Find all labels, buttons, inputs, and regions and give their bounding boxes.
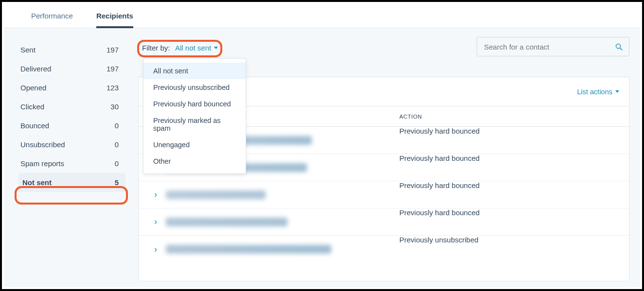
stat-label: Opened (20, 84, 46, 92)
chevron-down-icon (214, 47, 218, 49)
stat-sent[interactable]: Sent 197 (18, 40, 125, 59)
stat-label: Delivered (20, 65, 51, 73)
stat-value: 0 (115, 159, 119, 168)
contact-email-redacted (166, 190, 266, 199)
tab-performance[interactable]: Performance (31, 4, 73, 28)
stat-value: 30 (110, 103, 119, 111)
chevron-right-icon: › (154, 217, 164, 227)
filter-dropdown: All not sent Previously unsubscribed Pre… (143, 58, 246, 174)
filter-option-all-not-sent[interactable]: All not sent (143, 63, 246, 79)
row-action: Previously hard bounced (399, 181, 480, 189)
filter-label: Filter by: (142, 44, 170, 52)
table-row[interactable]: › Previously unsubscribed (139, 236, 629, 263)
filter-option-other[interactable]: Other (143, 153, 246, 170)
row-action: Previously hard bounced (399, 127, 480, 135)
main-area: Filter by: All not sent All not sent Pre… (138, 33, 629, 281)
row-action: Previously hard bounced (399, 208, 480, 217)
filter-dropdown-trigger[interactable]: All not sent (175, 44, 218, 52)
search-icon (615, 43, 623, 51)
stat-value: 123 (107, 84, 119, 92)
tabs: Performance Recipients (4, 4, 640, 28)
stat-label: Sent (20, 46, 36, 54)
stat-label: Not sent (22, 178, 52, 187)
stat-value: 5 (115, 178, 119, 187)
stat-value: 197 (107, 65, 119, 73)
stat-label: Unsubscribed (20, 140, 65, 149)
row-action: Previously unsubscribed (399, 236, 479, 244)
table-row[interactable]: › Previously hard bounced (139, 208, 629, 236)
stat-unsubscribed[interactable]: Unsubscribed 0 (18, 135, 125, 154)
stats-sidebar: Sent 197 Delivered 197 Opened 123 Clicke… (18, 40, 125, 192)
contact-email-redacted (166, 245, 331, 254)
list-actions-button[interactable]: List actions (577, 88, 619, 96)
stat-value: 0 (115, 140, 119, 149)
search-input[interactable] (483, 42, 615, 51)
stat-opened[interactable]: Opened 123 (18, 78, 125, 97)
filter-option-unengaged[interactable]: Unengaged (143, 137, 246, 153)
filter-option-prev-hard-bounced[interactable]: Previously hard bounced (143, 96, 246, 112)
chevron-down-icon (615, 90, 619, 93)
stat-spam[interactable]: Spam reports 0 (18, 154, 125, 173)
stat-not-sent[interactable]: Not sent 5 (18, 173, 125, 192)
stat-delivered[interactable]: Delivered 197 (18, 59, 125, 78)
svg-line-1 (620, 48, 622, 50)
col-action: ACTION (399, 114, 422, 120)
chevron-right-icon: › (154, 244, 164, 255)
filter-bar: Filter by: All not sent All not sent Pre… (138, 33, 629, 62)
stat-value: 197 (107, 46, 119, 54)
row-action: Previously hard bounced (399, 154, 480, 162)
stat-value: 0 (115, 121, 119, 130)
search-box[interactable] (477, 37, 629, 56)
stat-label: Spam reports (20, 159, 64, 168)
list-actions-label: List actions (577, 88, 612, 96)
stat-clicked[interactable]: Clicked 30 (18, 97, 125, 116)
stat-label: Clicked (20, 103, 44, 111)
filter-option-prev-unsubscribed[interactable]: Previously unsubscribed (143, 79, 246, 96)
filter-option-prev-spam[interactable]: Previously marked as spam (143, 112, 246, 137)
stat-label: Bounced (20, 121, 49, 130)
stat-bounced[interactable]: Bounced 0 (18, 116, 125, 135)
table-row[interactable]: › Previously hard bounced (139, 181, 629, 208)
filter-selected: All not sent (175, 44, 211, 52)
chevron-right-icon: › (154, 189, 164, 200)
contact-email-redacted (166, 218, 287, 226)
tab-recipients[interactable]: Recipients (96, 4, 133, 28)
